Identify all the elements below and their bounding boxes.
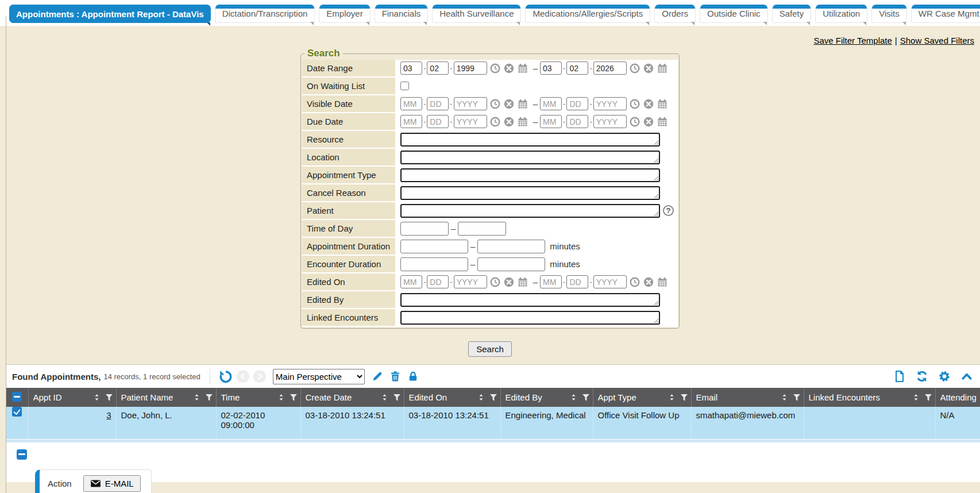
visible-date-to-year-input[interactable] (593, 97, 627, 110)
tab-visits[interactable]: Visits (871, 5, 907, 23)
date-range-to-year-input[interactable] (593, 61, 627, 75)
appointment-duration-max-input[interactable] (477, 240, 545, 253)
tab-outside-clinic[interactable]: Outside Clinic (700, 5, 768, 23)
col-header-time[interactable]: Time (216, 388, 300, 407)
date-range-from-day-input[interactable] (427, 61, 449, 75)
clear-date-icon[interactable] (643, 276, 654, 288)
sort-icon[interactable] (192, 393, 201, 402)
clock-icon[interactable] (629, 116, 641, 128)
appt-id-link[interactable]: 3 (106, 410, 111, 420)
patient-input[interactable] (400, 204, 660, 218)
col-header-edited-by[interactable]: Edited By (500, 388, 593, 407)
filter-icon[interactable] (581, 393, 591, 402)
new-document-icon[interactable] (893, 370, 906, 383)
help-icon[interactable]: ? (663, 205, 674, 216)
edited-on-from-month-input[interactable] (400, 275, 422, 288)
row-checkbox[interactable] (12, 407, 22, 417)
edited-on-from-day-input[interactable] (427, 275, 449, 288)
col-header-create-date[interactable]: Create Date (300, 388, 404, 407)
calendar-icon[interactable] (517, 116, 528, 128)
col-header-patient-name[interactable]: Patient Name (116, 388, 216, 407)
encounter-duration-max-input[interactable] (477, 257, 545, 271)
clock-icon[interactable] (489, 98, 501, 110)
tab-appointments-report[interactable]: Appointments : Appointment Report - Data… (9, 5, 211, 23)
date-range-to-day-input[interactable] (566, 61, 588, 75)
search-button[interactable]: Search (468, 341, 512, 357)
select-all-checkbox[interactable] (12, 392, 22, 402)
tab-employer[interactable]: Employer (319, 5, 370, 23)
due-date-from-year-input[interactable] (454, 115, 487, 128)
tab-utilization[interactable]: Utilization (815, 5, 867, 23)
date-range-from-month-input[interactable] (400, 61, 422, 75)
show-saved-filters-link[interactable]: Show Saved Filters (900, 36, 974, 45)
sort-icon[interactable] (380, 393, 389, 402)
sort-icon[interactable] (277, 393, 285, 402)
clear-date-icon[interactable] (503, 63, 515, 74)
encounter-duration-min-input[interactable] (400, 257, 468, 271)
date-range-to-month-input[interactable] (540, 61, 562, 75)
filter-icon[interactable] (289, 393, 298, 402)
tab-dictation-transcription[interactable]: Dictation/Transcription (215, 5, 315, 23)
time-of-day-from-input[interactable] (400, 222, 449, 236)
clear-date-icon[interactable] (643, 98, 654, 110)
clock-icon[interactable] (629, 98, 641, 110)
filter-icon[interactable] (924, 393, 933, 402)
col-header-linked-encounters[interactable]: Linked Encounters (804, 388, 935, 407)
due-date-to-month-input[interactable] (540, 115, 562, 128)
edited-on-to-day-input[interactable] (566, 275, 588, 288)
visible-date-from-day-input[interactable] (427, 97, 449, 110)
clear-date-icon[interactable] (503, 276, 515, 288)
filter-icon[interactable] (105, 393, 114, 402)
email-button[interactable]: E-MAIL (83, 475, 141, 492)
clear-date-icon[interactable] (503, 116, 515, 128)
collapse-panel-icon[interactable] (960, 370, 973, 383)
col-header-attending[interactable]: Attending (935, 388, 980, 407)
visible-date-from-month-input[interactable] (400, 97, 422, 110)
clock-icon[interactable] (489, 116, 501, 128)
edited-on-to-month-input[interactable] (540, 275, 562, 288)
calendar-icon[interactable] (657, 116, 668, 128)
calendar-icon[interactable] (517, 63, 528, 74)
clock-icon[interactable] (489, 63, 501, 74)
sort-icon[interactable] (92, 393, 101, 402)
next-perspective-icon[interactable] (253, 370, 266, 383)
tab-safety[interactable]: Safety (772, 5, 812, 23)
clear-date-icon[interactable] (643, 63, 654, 74)
sort-icon[interactable] (477, 393, 485, 402)
tab-orders[interactable]: Orders (654, 5, 696, 23)
appointment-duration-min-input[interactable] (400, 240, 468, 253)
sort-icon[interactable] (912, 393, 920, 402)
tab-financials[interactable]: Financials (375, 5, 429, 23)
sort-icon[interactable] (668, 393, 676, 402)
edited-on-from-year-input[interactable] (454, 275, 487, 288)
edited-on-to-year-input[interactable] (593, 275, 627, 288)
linked-encounters-input[interactable] (400, 311, 660, 325)
table-row[interactable]: 3 Doe, John, L. 02-02-2010 09:00:00 03-1… (6, 407, 980, 439)
col-header-edited-on[interactable]: Edited On (404, 388, 500, 407)
filter-icon[interactable] (792, 393, 801, 402)
clear-date-icon[interactable] (503, 98, 515, 110)
on-waiting-list-checkbox[interactable] (400, 82, 409, 90)
col-header-appt-id[interactable]: Appt ID (28, 388, 116, 407)
edit-perspective-icon[interactable] (372, 371, 383, 382)
sort-icon[interactable] (569, 393, 578, 402)
calendar-icon[interactable] (657, 276, 668, 288)
due-date-to-year-input[interactable] (593, 115, 627, 128)
due-date-to-day-input[interactable] (566, 115, 588, 128)
save-filter-template-link[interactable]: Save Filter Template (813, 36, 892, 45)
calendar-icon[interactable] (657, 98, 668, 110)
col-header-appt-type[interactable]: Appt Type (593, 388, 691, 407)
delete-perspective-icon[interactable] (389, 371, 401, 382)
filter-icon[interactable] (489, 393, 498, 402)
appointment-type-input[interactable] (400, 168, 660, 182)
resource-input[interactable] (400, 133, 660, 147)
tab-wr-case-mgmt[interactable]: WR Case Mgmt (911, 5, 980, 23)
location-input[interactable] (400, 151, 660, 164)
sort-icon[interactable] (780, 393, 789, 402)
due-date-from-day-input[interactable] (427, 115, 449, 128)
prev-perspective-icon[interactable] (237, 370, 249, 383)
visible-date-to-month-input[interactable] (540, 97, 562, 110)
col-header-email[interactable]: Email (691, 388, 804, 407)
filter-icon[interactable] (392, 393, 402, 402)
clock-icon[interactable] (629, 63, 641, 74)
